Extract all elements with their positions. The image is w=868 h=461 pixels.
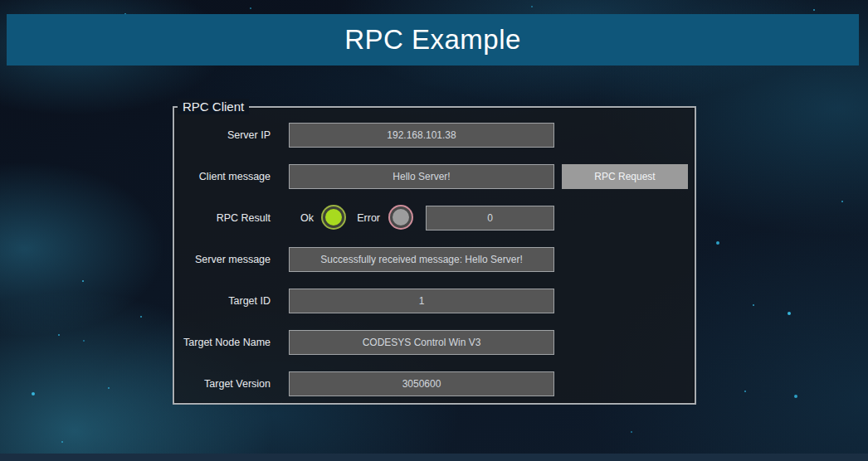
target-id-label: Target ID xyxy=(163,289,271,313)
server-ip-label: Server IP xyxy=(163,123,271,148)
ok-label: Ok xyxy=(280,206,314,230)
server-message-field: Successfully received message: Hello Ser… xyxy=(289,247,554,272)
rpc-request-button[interactable]: RPC Request xyxy=(562,164,688,189)
target-version-field: 3050600 xyxy=(289,371,554,396)
bottom-strip xyxy=(0,454,868,461)
rpc-result-value-field: 0 xyxy=(426,206,554,230)
target-node-name-label: Target Node Name xyxy=(163,330,271,355)
panel-legend: RPC Client xyxy=(178,99,249,114)
target-version-label: Target Version xyxy=(163,371,271,396)
error-led-indicator xyxy=(390,206,412,228)
server-ip-field[interactable]: 192.168.101.38 xyxy=(289,123,554,148)
error-label: Error xyxy=(347,206,380,230)
target-id-field: 1 xyxy=(289,289,554,313)
rpc-result-label: RPC Result xyxy=(163,206,271,230)
server-message-label: Server message xyxy=(163,247,271,272)
page-title: RPC Example xyxy=(344,14,521,66)
target-node-name-field: CODESYS Control Win V3 xyxy=(289,330,554,355)
header-bar: RPC Example xyxy=(7,14,859,66)
client-message-label: Client message xyxy=(163,164,271,189)
ok-led-indicator xyxy=(323,206,344,228)
client-message-field[interactable]: Hello Server! xyxy=(289,164,554,189)
